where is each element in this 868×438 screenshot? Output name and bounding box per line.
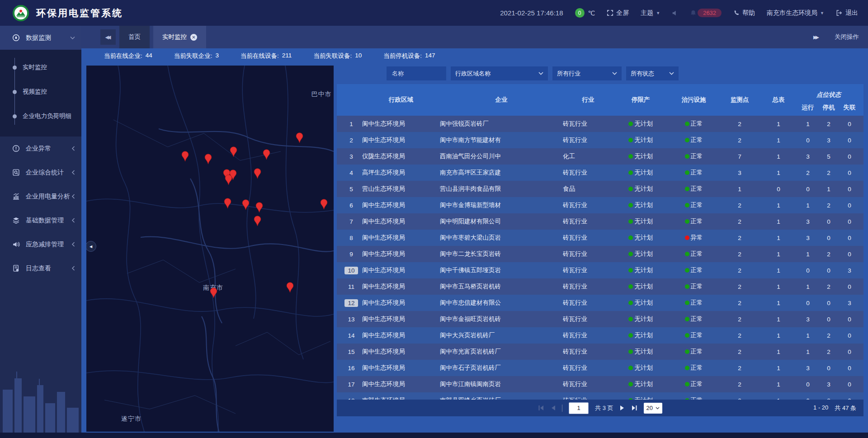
map-pin-icon[interactable]	[286, 282, 294, 293]
map-pin-icon[interactable]	[225, 174, 232, 185]
table-row[interactable]: 4 高坪生态环境局 南充市高坪区王家店建 砖瓦行业 无计划 正常 3 1 2 2…	[337, 165, 863, 181]
map-pin-icon[interactable]	[296, 132, 303, 143]
table-row[interactable]: 8 阆中生态环境局 阆中市枣碧大梁山页岩 砖瓦行业 无计划 异常 2 1 3 0…	[337, 230, 863, 246]
cell-region: 阆中生态环境局	[362, 250, 440, 258]
next-page-button[interactable]	[620, 405, 625, 411]
cell-facility: 正常	[668, 136, 720, 144]
map-pin-icon[interactable]	[320, 199, 328, 210]
map-pin-icon[interactable]	[255, 202, 263, 213]
cell-meters: 1	[760, 316, 797, 323]
table-row[interactable]: 6 阆中生态环境局 阆中市金博瑞新型墙材 砖瓦行业 无计划 正常 2 1 1 2…	[337, 197, 863, 213]
cell-facility: 正常	[668, 364, 720, 372]
table-row[interactable]: 5 营山生态环境局 营山县润丰肉食品有限 食品 无计划 正常 1 0 0 1 0	[337, 181, 863, 197]
sidebar-group-6[interactable]: 日志查看	[0, 256, 81, 280]
table-row[interactable]: 2 阆中生态环境局 阆中市南方节能建材有 砖瓦行业 无计划 正常 2 1 0 3…	[337, 132, 863, 148]
cell-limit: 无计划	[613, 185, 668, 193]
sidebar-group-label: 应急减排管理	[26, 240, 64, 249]
sidebar-group-3[interactable]: 企业用电量分析	[0, 184, 81, 208]
tabs-scroll-left-button[interactable]: ◀◀	[100, 29, 116, 45]
cell-points: 2	[720, 283, 760, 290]
cell-points: 2	[720, 121, 760, 127]
row-number: 8	[349, 235, 353, 241]
map-panel[interactable]: 巴中市南充市遂宁市 ◀	[86, 66, 334, 432]
org-dropdown[interactable]: 南充市生态环境局▼	[767, 9, 824, 17]
page-number-input[interactable]	[569, 402, 589, 414]
sidebar-menu: 数据监测 实时监控 视频监控 企业电力负荷明细 企业异常 企业综合统计 企业用电…	[0, 26, 81, 280]
name-filter-input[interactable]	[391, 70, 442, 77]
sidebar-group-1[interactable]: 企业异常	[0, 137, 81, 160]
table-row[interactable]: 9 阆中生态环境局 阆中市二龙长宝页岩砖 砖瓦行业 无计划 正常 2 1 1 2…	[337, 246, 863, 262]
table-row[interactable]: 14 阆中生态环境局 阆中大兴页岩机砖厂 砖瓦行业 无计划 正常 2 1 1 2…	[337, 327, 863, 344]
map-pin-icon[interactable]	[181, 151, 189, 162]
tab-close-icon[interactable]: ✕	[190, 34, 197, 41]
status-filter-select[interactable]: 所有状态	[626, 66, 679, 80]
row-number: 4	[349, 170, 353, 176]
cell-meters: 1	[760, 300, 797, 306]
table-row[interactable]: 16 阆中生态环境局 阆中市石子页岩机砖厂 砖瓦行业 无计划 正常 2 1 3 …	[337, 360, 863, 376]
map-pin-icon[interactable]	[263, 149, 270, 160]
cell-lost: 0	[839, 365, 860, 372]
sidebar-group-4[interactable]: 基础数据管理	[0, 208, 81, 232]
table-row[interactable]: 10 阆中生态环境局 阆中千佛镇五郎垭页岩 砖瓦行业 无计划 正常 2 1 0 …	[337, 262, 863, 278]
tab-0[interactable]: 首页	[119, 26, 150, 48]
prev-page-button[interactable]	[551, 405, 556, 411]
chevron-left-icon	[71, 194, 75, 199]
tab-1[interactable]: 实时监控 ✕	[153, 26, 206, 48]
table-row[interactable]: 12 阆中生态环境局 阆中市忠信建材有限公 砖瓦行业 无计划 正常 2 1 0 …	[337, 295, 863, 311]
map-pin-icon[interactable]	[230, 146, 237, 157]
help-button[interactable]: 帮助	[733, 9, 755, 17]
map-pin-icon[interactable]	[210, 287, 217, 298]
sidebar-item-0[interactable]: 实时监控	[0, 55, 81, 80]
cell-meters: 1	[760, 251, 797, 258]
page-size-select[interactable]: 20	[644, 403, 662, 414]
name-filter-field[interactable]	[387, 66, 446, 80]
table-row[interactable]: 17 阆中生态环境局 阆中市江南镇阆南页岩 砖瓦行业 无计划 正常 2 1 0 …	[337, 376, 863, 392]
sidebar-group-5[interactable]: 应急减排管理	[0, 232, 81, 256]
cell-limit: 无计划	[613, 315, 668, 323]
table-row[interactable]: 7 阆中生态环境局 阆中明阳建材有限公司 砖瓦行业 无计划 正常 2 1 3 0…	[337, 213, 863, 230]
row-number: 9	[349, 251, 353, 258]
sound-toggle-button[interactable]	[672, 10, 678, 16]
sidebar-item-2[interactable]: 企业电力负荷明细	[0, 104, 81, 128]
logout-button[interactable]: 退出	[836, 9, 858, 17]
cell-run: 1	[797, 283, 818, 290]
first-page-button[interactable]	[538, 405, 544, 411]
cell-company: 阆中市石子页岩机砖厂	[440, 364, 563, 372]
table-row[interactable]: 15 阆中生态环境局 阆中市光富页岩机砖厂 砖瓦行业 无计划 正常 2 1 1 …	[337, 344, 863, 360]
cell-facility: 异常	[668, 234, 720, 242]
tabs-scroll-right-button[interactable]: ▶▶	[813, 34, 819, 40]
map-pin-icon[interactable]	[242, 199, 250, 210]
map-pin-icon[interactable]	[254, 168, 261, 179]
last-page-button[interactable]	[631, 405, 637, 411]
close-operations-button[interactable]: 关闭操作	[835, 33, 859, 41]
cell-meters: 1	[760, 235, 797, 241]
cell-region: 阆中生态环境局	[362, 283, 440, 291]
table-row[interactable]: 13 阆中生态环境局 阆中市金福旺页岩机砖 砖瓦行业 无计划 正常 2 1 3 …	[337, 311, 863, 327]
cell-limit: 无计划	[613, 169, 668, 177]
sidebar-item-1[interactable]: 视频监控	[0, 80, 81, 104]
notifications-button[interactable]: 2632	[690, 9, 722, 17]
stats-icon	[12, 169, 20, 176]
col-point-status-group: 点位状态	[797, 84, 860, 99]
top-bar: 环保用电监管系统 2021-02-25 17:46:18 0 ℃ 全屏 主题▼	[0, 0, 868, 26]
cell-stop: 2	[818, 283, 839, 290]
cell-stop: 0	[818, 218, 839, 225]
cell-stop: 2	[818, 251, 839, 258]
sidebar-group-2[interactable]: 企业综合统计	[0, 160, 81, 184]
sidebar-group-0[interactable]: 数据监测	[0, 26, 81, 50]
cell-run: 1	[797, 202, 818, 209]
temperature-value: 0	[575, 8, 585, 18]
map-pin-icon[interactable]	[224, 198, 231, 209]
theme-dropdown[interactable]: 主题▼	[641, 9, 660, 17]
map-pin-icon[interactable]	[204, 154, 212, 165]
row-number: 10	[344, 267, 358, 274]
table-row[interactable]: 11 阆中生态环境局 阆中市五马桥页岩机砖 砖瓦行业 无计划 正常 2 1 1 …	[337, 278, 863, 295]
map-pin-icon[interactable]	[254, 216, 261, 226]
table-row[interactable]: 1 阆中生态环境局 阆中强锐页岩砖厂 砖瓦行业 无计划 正常 2 1 1 2 0	[337, 116, 863, 132]
fullscreen-button[interactable]: 全屏	[607, 9, 629, 17]
fullscreen-icon	[607, 9, 613, 16]
region-filter-select[interactable]: 行政区域名称	[451, 66, 548, 80]
cell-meters: 0	[760, 186, 797, 193]
table-row[interactable]: 3 仪陇生态环境局 西南油气田分公司川中 化工 无计划 正常 7 1 3 5 0	[337, 148, 863, 165]
industry-filter-select[interactable]: 所有行业	[552, 66, 622, 80]
